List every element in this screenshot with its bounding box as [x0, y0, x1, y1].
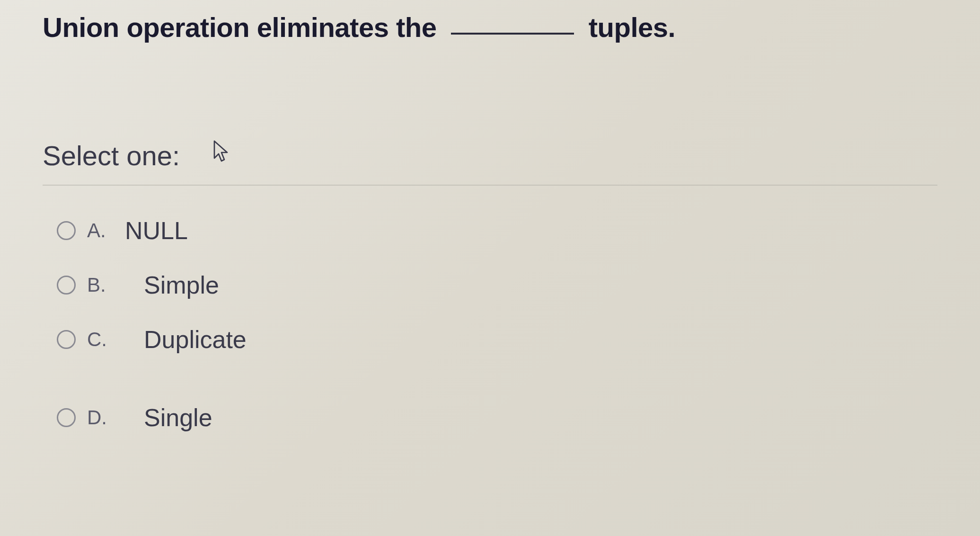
option-c[interactable]: C. Duplicate [57, 325, 937, 354]
option-letter-a: A. [87, 219, 115, 242]
option-letter-d: D. [87, 406, 115, 429]
option-b[interactable]: B. Simple [57, 271, 937, 299]
select-one-row: Select one: [43, 140, 937, 171]
option-d[interactable]: D. Single [57, 403, 937, 432]
option-a[interactable]: A. NULL [57, 216, 937, 245]
radio-d[interactable] [57, 408, 76, 427]
option-text-d: Single [144, 403, 212, 432]
divider [43, 185, 937, 186]
radio-b[interactable] [57, 276, 76, 295]
options-list: A. NULL B. Simple C. Duplicate D. Single [43, 216, 937, 432]
select-one-label: Select one: [43, 140, 180, 171]
fill-in-blank [451, 33, 574, 35]
option-text-c: Duplicate [144, 325, 247, 354]
question-after: tuples. [589, 12, 675, 43]
question-before: Union operation eliminates the [43, 12, 437, 43]
option-text-a: NULL [125, 216, 188, 245]
cursor-icon [213, 140, 230, 162]
question-text: Union operation eliminates the tuples. [43, 9, 937, 45]
radio-a[interactable] [57, 221, 76, 240]
option-letter-b: B. [87, 274, 115, 296]
radio-c[interactable] [57, 330, 76, 349]
option-letter-c: C. [87, 328, 115, 351]
option-text-b: Simple [144, 271, 219, 299]
